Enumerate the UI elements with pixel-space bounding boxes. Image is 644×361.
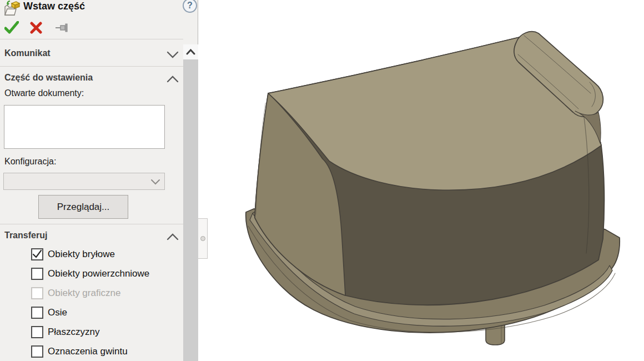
divider bbox=[0, 39, 183, 39]
insert-part-icon bbox=[3, 0, 21, 17]
page-title: Wstaw część bbox=[23, 1, 85, 12]
configuration-label: Konfiguracja: bbox=[4, 157, 56, 167]
browse-button[interactable]: Przeglądaj... bbox=[38, 195, 128, 219]
checkbox-box-disabled bbox=[31, 287, 43, 299]
configuration-dropdown[interactable] bbox=[3, 173, 165, 190]
open-documents-listbox[interactable] bbox=[4, 105, 165, 149]
property-manager-header: Wstaw część ? bbox=[0, 0, 183, 18]
panel-scrollbar[interactable] bbox=[183, 44, 198, 361]
checkbox-osie[interactable]: Osie bbox=[31, 307, 181, 320]
section-czesc-do-wstawienia[interactable]: Część do wstawienia bbox=[0, 70, 183, 88]
graphics-area[interactable] bbox=[205, 0, 644, 361]
checkbox-checked-box[interactable] bbox=[31, 248, 43, 260]
chevron-down-icon bbox=[150, 179, 160, 185]
help-icon[interactable]: ? bbox=[183, 0, 197, 13]
scroll-up-arrow-icon bbox=[186, 49, 195, 55]
chevron-up-icon[interactable] bbox=[167, 233, 179, 240]
solidworks-window: Wstaw część ? bbox=[0, 0, 644, 361]
divider bbox=[0, 224, 183, 224]
checkbox-obiekty-powierzchniowe[interactable]: Obiekty powierzchniowe bbox=[31, 268, 181, 281]
scroll-up-button[interactable] bbox=[183, 44, 198, 59]
cancel-x-icon bbox=[30, 22, 42, 34]
checkbox-box[interactable] bbox=[31, 345, 43, 358]
checkbox-box[interactable] bbox=[31, 307, 43, 319]
pushpin-icon bbox=[55, 22, 71, 33]
pin-button[interactable] bbox=[54, 20, 71, 36]
property-manager-panel: Wstaw część ? bbox=[0, 0, 198, 361]
checkbox-label: Obiekty graficzne bbox=[48, 288, 120, 299]
checkbox-label: Oznaczenia gwintu bbox=[48, 346, 128, 357]
checkbox-obiekty-brylowe[interactable]: Obiekty bryłowe bbox=[31, 248, 181, 262]
checkbox-label: Obiekty powierzchniowe bbox=[48, 268, 149, 279]
checkbox-label: Osie bbox=[48, 307, 67, 318]
section-komunikat-label: Komunikat bbox=[4, 48, 51, 58]
checkbox-label: Obiekty bryłowe bbox=[48, 249, 115, 260]
splitter-dot-icon bbox=[200, 236, 205, 241]
checkbox-box[interactable] bbox=[31, 326, 43, 338]
chevron-down-icon[interactable] bbox=[167, 51, 179, 58]
open-documents-label: Otwarte dokumenty: bbox=[4, 88, 84, 98]
ok-button[interactable] bbox=[3, 20, 20, 36]
ok-checkmark-icon bbox=[4, 21, 19, 34]
section-transferuj[interactable]: Transferuj bbox=[0, 228, 183, 245]
cancel-button[interactable] bbox=[28, 20, 44, 36]
checkbox-plaszczyzny[interactable]: Płaszczyzny bbox=[31, 326, 181, 339]
section-komunikat[interactable]: Komunikat bbox=[0, 46, 183, 63]
checkbox-label: Płaszczyzny bbox=[48, 327, 100, 338]
pm-toolbar bbox=[0, 19, 183, 38]
checkbox-obiekty-graficzne: Obiekty graficzne bbox=[31, 287, 181, 300]
chevron-up-icon[interactable] bbox=[167, 76, 179, 83]
scrollbar-thumb[interactable] bbox=[183, 59, 198, 361]
section-czesc-label: Część do wstawienia bbox=[4, 73, 93, 83]
check-icon bbox=[32, 249, 42, 259]
checkbox-oznaczenia-gwintu[interactable]: Oznaczenia gwintu bbox=[31, 345, 181, 359]
divider bbox=[0, 66, 183, 67]
section-transferuj-label: Transferuj bbox=[4, 230, 47, 240]
checkbox-box[interactable] bbox=[31, 268, 43, 280]
